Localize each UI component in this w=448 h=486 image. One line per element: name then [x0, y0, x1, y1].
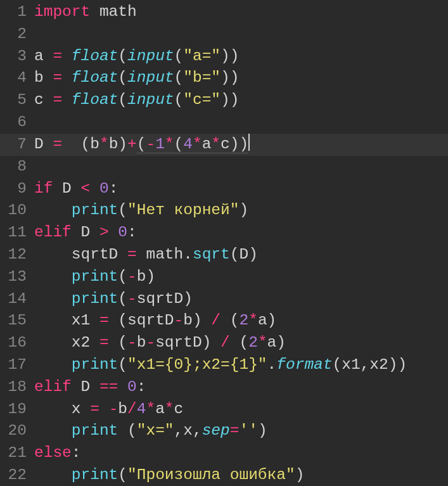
line-number: 15 — [0, 310, 34, 332]
token: 0 — [118, 224, 127, 241]
code-content[interactable]: print("Нет корней") — [34, 200, 248, 222]
code-content[interactable]: a = float(input("a=")) — [34, 46, 239, 68]
token: 0 — [127, 378, 137, 395]
token: = — [99, 334, 109, 351]
token: D — [34, 136, 53, 153]
code-line[interactable]: 22 print("Произошла ошибка") — [0, 464, 448, 486]
code-line[interactable]: 8 — [0, 156, 448, 178]
token: = — [53, 69, 62, 86]
token: elif — [34, 378, 72, 395]
token: 2 — [239, 312, 248, 329]
code-line[interactable]: 7D = (b*b)+(-1*(4*a*c)) — [0, 134, 448, 156]
token: ,x, — [174, 422, 202, 439]
code-line[interactable]: 20 print ("x=",x,sep='') — [0, 420, 448, 442]
token: input — [127, 48, 174, 65]
line-number: 1 — [0, 1, 34, 23]
code-line[interactable]: 14 print(-sqrtD) — [0, 288, 448, 310]
token: ( — [221, 312, 239, 329]
code-content[interactable]: print("x1={0};x2={1}".format(x1,x2)) — [34, 354, 407, 376]
code-content[interactable]: elif D == 0: — [34, 376, 146, 399]
code-content[interactable]: c = float(input("c=")) — [34, 89, 239, 112]
token: * — [258, 334, 267, 351]
code-line[interactable]: 12 sqrtD = math.sqrt(D) — [0, 244, 448, 266]
code-line[interactable]: 19 x = -b/4*a*c — [0, 399, 448, 421]
code-content[interactable]: else: — [34, 442, 81, 464]
token: sqrt — [193, 246, 230, 263]
token: ( — [109, 334, 127, 351]
token: a — [155, 400, 165, 418]
token — [34, 422, 72, 439]
token: print — [72, 422, 118, 439]
code-content[interactable]: import math — [34, 1, 137, 23]
token — [62, 69, 72, 86]
token: math. — [137, 246, 193, 263]
token: - — [146, 136, 155, 153]
token: ( — [137, 136, 146, 153]
code-line[interactable]: 6 — [0, 112, 448, 134]
token: = — [99, 312, 109, 329]
line-number: 21 — [0, 442, 34, 464]
token: = — [90, 400, 99, 418]
token: ( — [118, 466, 127, 483]
token: )) — [221, 91, 239, 108]
token: ( — [118, 356, 127, 373]
token: a) — [258, 312, 276, 329]
code-line[interactable]: 16 x2 = (-b-sqrtD) / (2*a) — [0, 332, 448, 354]
token: + — [127, 136, 137, 153]
code-line[interactable]: 21else: — [0, 442, 448, 464]
token: D — [72, 224, 99, 241]
code-content[interactable]: print(-sqrtD) — [34, 288, 193, 310]
code-content[interactable]: print ("x=",x,sep='') — [34, 420, 267, 442]
code-line[interactable]: 4b = float(input("b=")) — [0, 67, 448, 89]
token: elif — [34, 224, 72, 241]
token: "c=" — [183, 91, 221, 108]
token: "b=" — [183, 69, 221, 86]
code-line[interactable]: 3a = float(input("a=")) — [0, 46, 448, 68]
token: 1 — [155, 136, 165, 153]
line-number: 12 — [0, 244, 34, 266]
code-line[interactable]: 2 — [0, 23, 448, 46]
token: D — [53, 180, 80, 197]
code-content[interactable]: b = float(input("b=")) — [34, 67, 239, 89]
token — [109, 224, 118, 241]
line-number: 11 — [0, 222, 34, 244]
line-number: 9 — [0, 178, 34, 200]
code-content[interactable]: print(-b) — [34, 266, 155, 288]
token: * — [211, 136, 221, 153]
token: format — [276, 356, 332, 373]
code-line[interactable]: 9if D < 0: — [0, 178, 448, 200]
token: - — [127, 268, 137, 285]
code-content[interactable]: x2 = (-b-sqrtD) / (2*a) — [34, 332, 286, 354]
code-content[interactable]: sqrtD = math.sqrt(D) — [34, 244, 258, 266]
token: sqrtD — [34, 246, 127, 263]
token: - — [127, 290, 137, 307]
token: "Произошла ошибка" — [127, 466, 295, 483]
line-number: 10 — [0, 200, 34, 222]
code-line[interactable]: 18elif D == 0: — [0, 376, 448, 399]
line-number: 14 — [0, 288, 34, 310]
token: 0 — [99, 180, 109, 197]
code-content[interactable]: if D < 0: — [34, 178, 118, 200]
token: input — [127, 69, 174, 86]
code-content[interactable]: elif D > 0: — [34, 222, 137, 244]
code-content[interactable]: D = (b*b)+(-1*(4*a*c)) — [34, 134, 250, 156]
code-editor[interactable]: 1import math23a = float(input("a="))4b =… — [0, 0, 448, 486]
token: b) — [183, 312, 211, 329]
code-line[interactable]: 11elif D > 0: — [0, 222, 448, 244]
code-line[interactable]: 13 print(-b) — [0, 266, 448, 288]
line-number: 3 — [0, 46, 34, 68]
token: if — [34, 180, 53, 197]
code-content[interactable]: x = -b/4*a*c — [34, 399, 183, 421]
code-line[interactable]: 10 print("Нет корней") — [0, 200, 448, 222]
token: x — [34, 400, 90, 418]
code-line[interactable]: 15 x1 = (sqrtD-b) / (2*a) — [0, 310, 448, 332]
code-content[interactable]: print("Произошла ошибка") — [34, 464, 304, 486]
code-line[interactable]: 5c = float(input("c=")) — [0, 89, 448, 112]
code-line[interactable]: 17 print("x1={0};x2={1}".format(x1,x2)) — [0, 354, 448, 376]
code-line[interactable]: 1import math — [0, 1, 448, 23]
token: b — [34, 69, 53, 86]
token: = — [230, 422, 240, 439]
line-number: 4 — [0, 67, 34, 89]
code-content[interactable]: x1 = (sqrtD-b) / (2*a) — [34, 310, 276, 332]
token — [34, 268, 72, 285]
